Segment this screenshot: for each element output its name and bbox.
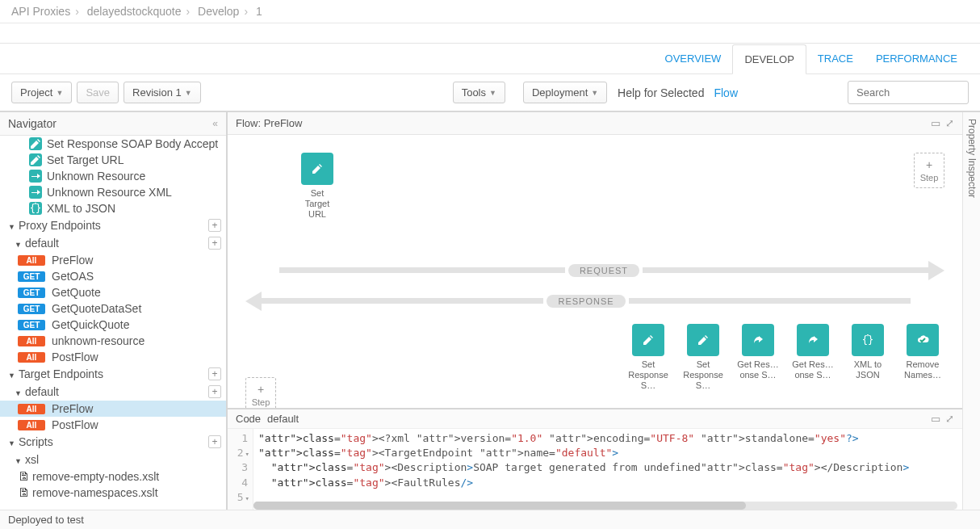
policy-item[interactable]: Set Response SOAP Body Accept (0, 136, 226, 152)
code-label: Code (236, 413, 261, 425)
expand-icon[interactable]: ⤢ (945, 117, 954, 129)
proxy-flow-item[interactable]: GETGetOAS (0, 268, 226, 284)
brace-icon: {} (852, 324, 884, 356)
add-target-flow-icon[interactable]: + (208, 385, 221, 398)
flow-step[interactable]: {}XML to JSON (846, 324, 890, 392)
xsl-folder[interactable]: ▼xsl (0, 451, 226, 468)
code-scrollbar[interactable] (253, 502, 957, 510)
script-file[interactable]: 🖺remove-namespaces.xslt (0, 485, 226, 501)
add-script-icon[interactable]: + (208, 435, 221, 448)
toolbar: Project▼ Save Revision 1▼ Tools▼ Deploym… (0, 74, 980, 112)
file-icon: 🖺 (18, 470, 27, 483)
status-bar: Deployed to test (0, 510, 980, 529)
navigator-panel: Navigator « Set Response SOAP Body Accep… (0, 112, 228, 510)
brace-icon: {} (29, 202, 42, 215)
flow-step[interactable]: Remove Names… (901, 324, 944, 392)
proxy-flow-item[interactable]: GETGetQuote (0, 284, 226, 300)
tab-trace[interactable]: TRACE (806, 44, 865, 73)
add-step-response[interactable]: +Step (245, 377, 276, 408)
pencil-icon (29, 137, 42, 150)
proxy-endpoints-section[interactable]: ▼Proxy Endpoints+ (0, 216, 226, 234)
status-text: Deployed to test (8, 514, 84, 526)
tools-menu[interactable]: Tools▼ (453, 82, 505, 103)
target-endpoints-section[interactable]: ▼Target Endpoints+ (0, 365, 226, 383)
code-editor[interactable]: 12▾345▾ "attr">class="tag"><?xml "attr">… (228, 429, 962, 510)
policy-item[interactable]: Unknown Resource (0, 168, 226, 184)
cloud-icon (907, 324, 939, 356)
policy-item[interactable]: {}XML to JSON (0, 200, 226, 216)
target-default[interactable]: ▼default+ (0, 383, 226, 401)
proxy-default[interactable]: ▼default+ (0, 234, 226, 252)
project-menu[interactable]: Project▼ (11, 82, 72, 103)
share-icon (742, 324, 774, 356)
scripts-section[interactable]: ▼Scripts+ (0, 433, 226, 451)
target-flow-item[interactable]: AllPostFlow (0, 417, 226, 433)
flow-step[interactable]: Get Res…onse S… (791, 324, 835, 392)
search-input[interactable] (848, 81, 969, 104)
request-lane-label: REQUEST (568, 264, 639, 277)
arrow-icon (29, 186, 42, 199)
help-label: Help for Selected (618, 86, 704, 99)
flow-header: Flow: PreFlow ▭ ⤢ (228, 112, 962, 135)
breadcrumb-item: 1 (256, 5, 262, 18)
breadcrumb-item[interactable]: API Proxies (11, 5, 70, 18)
proxy-flow-item[interactable]: AllPostFlow (0, 349, 226, 365)
script-file[interactable]: 🖺remove-empty-nodes.xslt (0, 468, 226, 485)
deployment-menu[interactable]: Deployment▼ (523, 82, 607, 103)
pencil-icon (29, 153, 42, 166)
tab-develop[interactable]: DEVELOP (732, 44, 806, 74)
proxy-flow-item[interactable]: AllPreFlow (0, 252, 226, 268)
file-icon: 🖺 (18, 486, 27, 499)
add-step-request[interactable]: +Step (914, 153, 944, 188)
property-inspector-collapsed[interactable]: Property Inspector (962, 112, 980, 510)
navigator-title: Navigator (8, 117, 57, 130)
flow-canvas: +Step SetTarget URL REQUEST RESPONSE (228, 135, 962, 408)
share-icon (797, 324, 829, 356)
proxy-flow-item[interactable]: Allunknown-resource (0, 333, 226, 349)
policy-item[interactable]: Set Target URL (0, 152, 226, 168)
view-tabs: OVERVIEW DEVELOP TRACE PERFORMANCE (0, 44, 980, 74)
pencil-icon (301, 153, 333, 185)
save-button[interactable]: Save (77, 82, 119, 103)
add-target-endpoint-icon[interactable]: + (208, 367, 221, 380)
add-proxy-flow-icon[interactable]: + (208, 237, 221, 250)
layout-icon[interactable]: ▭ (931, 117, 940, 129)
breadcrumb-item[interactable]: Develop (198, 5, 239, 18)
pencil-icon (632, 324, 664, 356)
revision-menu[interactable]: Revision 1▼ (124, 82, 201, 103)
target-flow-item[interactable]: AllPreFlow (0, 401, 226, 417)
breadcrumb-item[interactable]: delayedstockquote (87, 5, 182, 18)
proxy-flow-item[interactable]: GETGetQuoteDataSet (0, 300, 226, 317)
pencil-icon (687, 324, 719, 356)
flow-step[interactable]: Set Response S… (626, 324, 670, 392)
code-tab[interactable]: default (267, 413, 299, 425)
expand-icon[interactable]: ⤢ (945, 413, 954, 425)
layout-icon[interactable]: ▭ (931, 413, 940, 425)
tab-overview[interactable]: OVERVIEW (654, 44, 733, 73)
flow-step[interactable]: Set Response S… (681, 324, 725, 392)
flow-step[interactable]: SetTarget URL (295, 153, 339, 220)
flow-title: Flow: PreFlow (236, 117, 302, 129)
policy-item[interactable]: Unknown Resource XML (0, 184, 226, 200)
response-lane-label: RESPONSE (547, 295, 625, 308)
flow-help-link[interactable]: Flow (714, 86, 738, 99)
collapse-navigator-icon[interactable]: « (212, 118, 218, 129)
add-proxy-endpoint-icon[interactable]: + (208, 219, 221, 232)
tab-performance[interactable]: PERFORMANCE (865, 44, 969, 73)
flow-step[interactable]: Get Res…onse S… (736, 324, 780, 392)
breadcrumb: API Proxies› delayedstockquote› Develop›… (0, 0, 980, 23)
proxy-flow-item[interactable]: GETGetQuickQuote (0, 317, 226, 333)
arrow-icon (29, 170, 42, 183)
code-panel: Code default ▭ ⤢ 12▾345▾ "attr">class="t… (228, 408, 962, 510)
